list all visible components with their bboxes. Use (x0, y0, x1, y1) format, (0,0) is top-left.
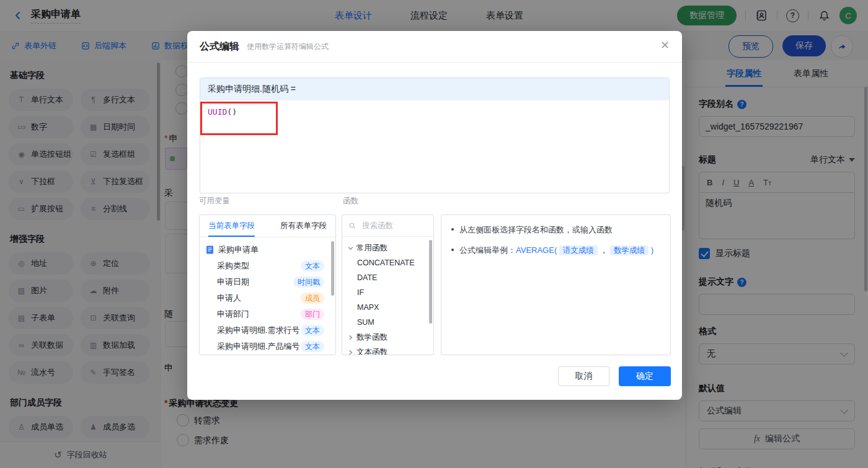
variable-root-label: 采购申请单 (218, 244, 259, 255)
function-group-label: 数学函数 (356, 332, 388, 343)
tab-current-form-fields[interactable]: 当前表单字段 (208, 215, 255, 237)
formula-input-area[interactable]: UUID() (200, 100, 669, 123)
variable-tree-root[interactable]: 采购申请单 (200, 242, 335, 258)
formula-editor-modal: 公式编辑 使用数学运算符编辑公式 ✕ 采购申请明细.随机码 = UUID() 可… (187, 31, 682, 400)
function-search[interactable] (342, 215, 433, 237)
app-screen: 采购申请单 表单设计 流程设定 表单设置 数据管理 ? (0, 0, 868, 468)
variable-row[interactable]: 采购类型文本 (200, 258, 335, 274)
function-item[interactable]: CONCATENATE (342, 255, 433, 270)
function-group-text[interactable]: 文本函数 (342, 345, 433, 355)
function-group-math[interactable]: 数学函数 (342, 330, 433, 345)
variable-type-tag: 文本 (301, 341, 324, 352)
variable-type-tag: 时间戳 (293, 276, 324, 288)
variable-row[interactable]: 申请日期时间戳 (200, 274, 335, 290)
chevron-right-icon (348, 350, 353, 355)
variable-row[interactable]: 采购申请明细.需求行号文本 (200, 322, 335, 338)
confirm-button[interactable]: 确定 (619, 366, 671, 386)
variable-name: 采购申请明细.需求行号 (217, 325, 301, 336)
function-group-label: 常用函数 (356, 243, 388, 254)
variable-type-tag: 文本 (301, 325, 324, 336)
variable-name: 申请日期 (217, 276, 293, 288)
variable-name: 采购申请明细.产品编号 (217, 341, 301, 352)
example-function: AVERAGE( (516, 245, 557, 255)
variable-name: 申请人 (217, 293, 301, 304)
variable-name: 采购类型 (217, 260, 301, 272)
tab-all-form-fields[interactable]: 所有表单字段 (280, 215, 327, 237)
variables-panel: 当前表单字段 所有表单字段 采购申请单 采购类型文本 申请日期时间戳 申请人成员… (199, 214, 336, 355)
help-tip-2: 公式编辑举例：AVERAGE( 语文成绩 ， 数学成绩 ) (459, 244, 653, 257)
modal-title: 公式编辑 (200, 40, 239, 53)
search-icon (348, 222, 356, 230)
variables-section-label: 可用变量 (199, 196, 230, 206)
function-item[interactable]: DATE (342, 270, 433, 285)
formula-help-panel: 从左侧面板选择字段名和函数，或输入函数 公式编辑举例：AVERAGE( 语文成绩… (441, 214, 671, 355)
example-close-paren: ) (651, 245, 653, 255)
variable-type-tag: 部门 (301, 309, 324, 320)
variable-type-tag: 成员 (301, 293, 324, 304)
functions-section-label: 函数 (343, 196, 358, 206)
example-field-tag: 数学成绩 (610, 245, 649, 255)
function-group-common[interactable]: 常用函数 (342, 241, 433, 255)
functions-panel: 常用函数 CONCATENATE DATE IF MAPX SUM 数学函数 文… (342, 214, 434, 355)
bullet-icon (451, 228, 454, 231)
variable-row[interactable]: 采购申请明细.产品编号文本 (200, 338, 335, 355)
variable-name: 申请部门 (217, 309, 301, 320)
close-icon[interactable]: ✕ (660, 40, 670, 51)
formula-function: UUID (208, 107, 227, 117)
modal-subtitle: 使用数学运算符编辑公式 (247, 42, 329, 52)
formula-target: 采购申请明细.随机码 = (200, 78, 669, 100)
chevron-down-icon (348, 245, 353, 251)
cancel-button[interactable]: 取消 (558, 366, 609, 386)
variable-row[interactable]: 申请部门部门 (200, 306, 335, 322)
formula-editor-box: 采购申请明细.随机码 = UUID() (200, 77, 670, 193)
chevron-right-icon (348, 335, 353, 340)
bullet-icon (451, 249, 454, 251)
function-item[interactable]: MAPX (342, 300, 433, 315)
example-field-tag: 语文成绩 (559, 245, 598, 255)
variables-scrollbar[interactable] (331, 241, 334, 296)
variable-row[interactable]: 申请人成员 (200, 290, 335, 306)
function-search-input[interactable] (361, 221, 419, 231)
form-doc-icon (206, 245, 214, 254)
function-item[interactable]: SUM (342, 315, 433, 330)
function-group-label: 文本函数 (356, 347, 388, 356)
variable-type-tag: 文本 (301, 260, 324, 272)
functions-scrollbar[interactable] (429, 240, 432, 324)
help-tip-1: 从左侧面板选择字段名和函数，或输入函数 (459, 224, 613, 236)
function-item[interactable]: IF (342, 285, 433, 300)
formula-parens: () (227, 107, 237, 117)
